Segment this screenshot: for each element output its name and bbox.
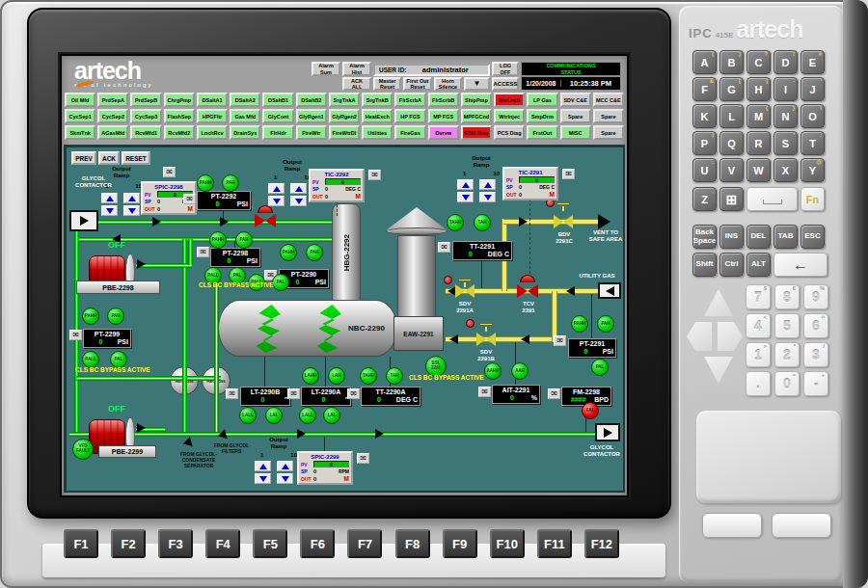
valve-sdv-2291a[interactable]: [455, 284, 475, 298]
keyboard-key[interactable]: ?C: [746, 50, 771, 74]
menu-button[interactable]: Gas Mfd: [230, 109, 260, 123]
keyboard-key[interactable]: `L: [719, 104, 744, 128]
ramp-down-10-button[interactable]: [479, 192, 496, 202]
ramp-down-1-button[interactable]: [268, 196, 285, 206]
glycol-contactor-in-arrow[interactable]: [69, 210, 98, 231]
menu-button[interactable]: MP FGS: [428, 109, 459, 123]
function-key[interactable]: F12: [584, 529, 619, 558]
numpad-key[interactable]: 5: [774, 313, 800, 338]
envelope-icon[interactable]: ✉: [368, 170, 381, 180]
ramp-up-10-button[interactable]: [479, 179, 496, 190]
menu-button[interactable]: MISC: [560, 125, 591, 140]
menu-button[interactable]: ShipPmp: [461, 93, 492, 107]
keyboard-key[interactable]: TAB: [773, 225, 798, 249]
ack-all-button[interactable]: ACK ALL: [342, 77, 371, 91]
keyboard-key[interactable]: ]H: [746, 77, 771, 101]
keyboard-key[interactable]: X: [773, 158, 798, 182]
touchpad-left-button[interactable]: [702, 513, 762, 538]
access-button[interactable]: ACCESS: [492, 77, 519, 91]
menu-button[interactable]: MCC C&E: [593, 93, 624, 107]
valve-tcv-2291[interactable]: [517, 284, 538, 298]
touchpad-right-button[interactable]: [772, 513, 831, 538]
menu-button[interactable]: Oil Mfd: [65, 93, 95, 107]
touchpad[interactable]: [696, 411, 841, 503]
keyboard-key[interactable]: 'K: [692, 104, 717, 128]
menu-button[interactable]: GlyCont: [262, 109, 293, 123]
menu-button[interactable]: DSaltA2: [230, 93, 260, 107]
function-key[interactable]: F1: [64, 529, 98, 558]
numpad-key[interactable]: *2: [774, 342, 800, 367]
envelope-icon[interactable]: ✉: [183, 194, 196, 204]
envelope-icon[interactable]: ✉: [478, 387, 491, 397]
prev-button[interactable]: PREV: [71, 151, 96, 165]
keyboard-key[interactable]: Ctrl: [719, 253, 744, 277]
keyboard-key[interactable]: !D: [773, 50, 798, 74]
keyboard-key[interactable]: |P: [692, 131, 717, 155]
function-key[interactable]: F8: [395, 529, 430, 558]
master-reset-button[interactable]: Master Reset: [373, 77, 401, 91]
keyboard-key[interactable]: INS: [719, 225, 744, 249]
menu-button[interactable]: Spare: [593, 109, 624, 123]
keyboard-key[interactable]: V: [719, 158, 744, 182]
menu-button[interactable]: AGasMfd: [97, 125, 128, 140]
menu-button[interactable]: SmpDrm: [527, 109, 557, 123]
function-key[interactable]: F11: [537, 529, 572, 558]
keyboard-key[interactable]: @Y: [800, 158, 825, 182]
keyboard-key[interactable]: &F: [692, 77, 717, 101]
menu-button[interactable]: DSaltB1: [262, 93, 293, 107]
valve-sdv-2291b[interactable]: [476, 333, 496, 346]
faceplate-spic-2299[interactable]: SPIC-2299 PV0 SP0RPM OUT0M: [297, 451, 353, 485]
menu-button[interactable]: FlrScrbA: [394, 93, 425, 107]
keyboard-key[interactable]: Back Space: [692, 225, 717, 249]
menu-button[interactable]: FireGas: [394, 125, 425, 140]
alarm-sum-button[interactable]: Alarm Sum: [312, 62, 340, 76]
keyboard-key[interactable]: R: [746, 131, 771, 155]
menu-button[interactable]: GlyRgen2: [329, 109, 360, 123]
numpad-key[interactable]: %9: [803, 284, 828, 309]
keyboard-key[interactable]: -I: [773, 77, 798, 101]
enter-key[interactable]: ←: [773, 253, 827, 277]
menu-button[interactable]: GlyRgen1: [296, 109, 327, 123]
menu-button[interactable]: ESD Diag: [461, 125, 492, 140]
envelope-icon[interactable]: ✉: [347, 388, 360, 399]
envelope-icon[interactable]: ✉: [562, 169, 575, 179]
menu-button[interactable]: PCS Diag: [494, 125, 525, 140]
envelope-icon[interactable]: ✉: [438, 242, 450, 253]
menu-button[interactable]: SrgTnkA: [329, 93, 360, 107]
menu-button[interactable]: MtrLnch: [494, 93, 525, 107]
numpad-key[interactable]: +-: [803, 371, 828, 396]
keyboard-key[interactable]: {M: [746, 104, 771, 128]
menu-button[interactable]: DSaltB2: [296, 93, 327, 107]
envelope-icon[interactable]: ✉: [69, 330, 82, 340]
menu-button[interactable]: CycSep2: [97, 109, 128, 123]
keyboard-key[interactable]: 'J: [800, 77, 825, 101]
function-key[interactable]: F2: [111, 529, 146, 558]
menu-button[interactable]: RcvMfd2: [164, 125, 195, 140]
numpad-key[interactable]: /3: [803, 342, 828, 367]
faceplate-tic-2292[interactable]: TIC-2292 PV0 SP0DEG C OUT0M: [309, 169, 365, 202]
menu-button[interactable]: CycSep1: [65, 109, 95, 123]
keyboard-key[interactable]: [G: [719, 77, 744, 101]
keyboard-key[interactable]: Q: [719, 131, 744, 155]
keyboard-key[interactable]: ESC: [800, 225, 825, 249]
reset-button[interactable]: RESET: [122, 151, 150, 165]
function-key[interactable]: F5: [253, 529, 287, 558]
numpad-key[interactable]: <4: [746, 313, 771, 338]
ramp-down-1-button[interactable]: [457, 192, 474, 202]
menu-button[interactable]: ChrgPmp: [164, 93, 195, 107]
function-key[interactable]: F3: [158, 529, 193, 558]
ramp-up-10-button[interactable]: [290, 183, 307, 194]
ramp-down-10-button[interactable]: [123, 205, 140, 216]
key-z[interactable]: ,Z: [692, 187, 717, 211]
ramp-down-1-button[interactable]: [101, 205, 118, 216]
faceplate-tic-2291[interactable]: TIC-2291 PV0 SP0DEG C OUT0M: [502, 167, 558, 200]
keyboard-key[interactable]: ALT: [746, 253, 771, 277]
menu-button[interactable]: FlrHdr: [262, 125, 293, 140]
keyboard-key[interactable]: DEL: [746, 225, 771, 249]
keyboard-key[interactable]: :T: [800, 131, 825, 155]
ramp-down-1-button[interactable]: [255, 473, 271, 484]
menu-button[interactable]: SDV C&E: [560, 93, 591, 107]
keyboard-key[interactable]: )B: [719, 50, 744, 74]
numpad-key[interactable]: $7: [746, 284, 771, 309]
function-key[interactable]: F7: [347, 529, 382, 558]
